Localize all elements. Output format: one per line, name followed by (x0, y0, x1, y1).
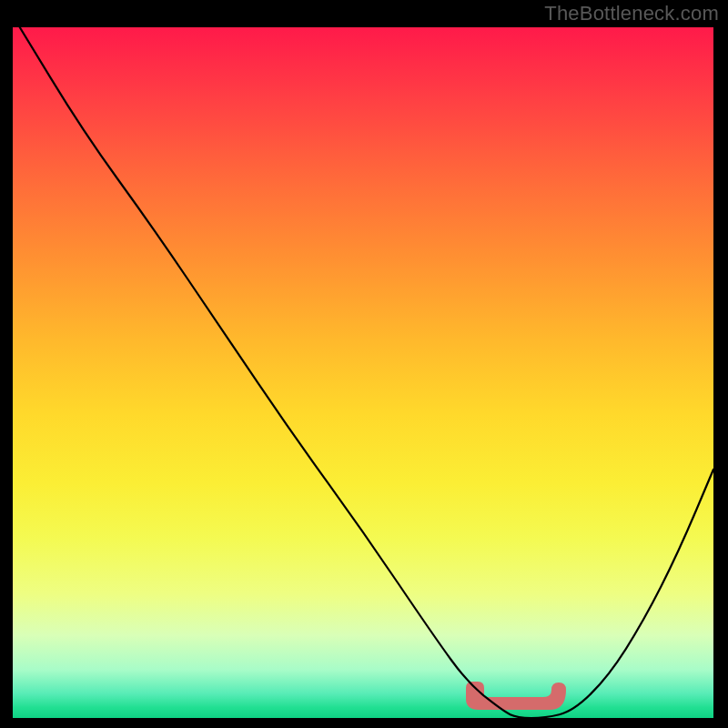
chart-frame: TheBottleneck.com (0, 0, 728, 728)
bottleneck-curve (13, 27, 713, 718)
plot-area (13, 27, 713, 718)
attribution-text: TheBottleneck.com (544, 2, 719, 25)
